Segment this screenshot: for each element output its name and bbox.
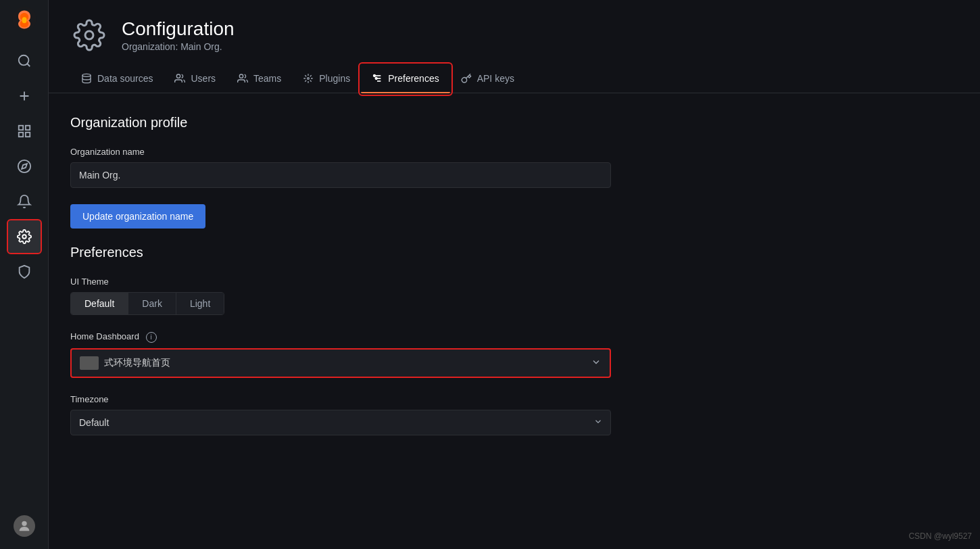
tab-preferences-label: Preferences (388, 73, 439, 84)
svg-point-12 (82, 74, 91, 76)
sidebar (0, 0, 49, 549)
svg-point-11 (85, 31, 93, 39)
ui-theme-group: UI Theme Default Dark Light (70, 277, 676, 315)
tab-plugins-label: Plugins (319, 73, 350, 84)
svg-rect-6 (25, 133, 29, 137)
tab-api-keys-label: API keys (477, 73, 514, 84)
tab-preferences[interactable]: Preferences (361, 65, 449, 93)
sidebar-item-configuration[interactable] (8, 220, 41, 253)
theme-option-default[interactable]: Default (71, 293, 128, 314)
main-content: Configuration Organization: Main Org. Da… (49, 0, 980, 549)
svg-point-9 (22, 235, 26, 239)
home-dashboard-input[interactable]: 式环境导航首页 (70, 348, 611, 378)
update-org-button[interactable]: Update organization name (70, 204, 205, 229)
timezone-select[interactable]: Default (70, 410, 611, 435)
svg-marker-8 (22, 164, 27, 169)
nav-tabs: Data sources Users Teams Plugins (49, 65, 980, 93)
timezone-group: Timezone Default (70, 394, 676, 435)
home-dashboard-label: Home Dashboard i (70, 331, 676, 343)
sidebar-item-alerting[interactable] (8, 185, 41, 218)
svg-point-7 (18, 160, 30, 172)
sidebar-item-dashboards[interactable] (8, 115, 41, 147)
timezone-label: Timezone (70, 394, 676, 404)
tab-teams-label: Teams (253, 73, 281, 84)
svg-point-19 (374, 75, 376, 77)
preferences-section: Preferences UI Theme Default Dark Light … (70, 245, 676, 435)
teams-icon (237, 73, 248, 84)
update-org-group: Update organization name (70, 204, 676, 229)
tab-teams[interactable]: Teams (226, 65, 292, 93)
tab-data-sources[interactable]: Data sources (70, 65, 164, 93)
app-logo[interactable] (11, 5, 38, 32)
sidebar-item-avatar[interactable] (8, 510, 41, 542)
preferences-title: Preferences (70, 245, 676, 260)
page-header: Configuration Organization: Main Org. (49, 0, 980, 65)
org-name-input[interactable] (70, 162, 611, 188)
svg-rect-3 (18, 126, 22, 130)
watermark: CSDN @wyl9527 (908, 531, 972, 541)
svg-point-14 (239, 74, 243, 78)
sidebar-item-add[interactable] (8, 80, 41, 112)
svg-point-20 (376, 78, 378, 80)
ui-theme-label: UI Theme (70, 277, 676, 287)
users-icon (174, 73, 185, 84)
svg-rect-4 (25, 126, 29, 130)
sidebar-item-search[interactable] (8, 45, 41, 77)
theme-option-light[interactable]: Light (176, 293, 224, 314)
svg-point-15 (308, 78, 310, 80)
tab-users-label: Users (191, 73, 216, 84)
org-profile-title: Organization profile (70, 115, 676, 130)
database-icon (81, 73, 92, 84)
page-header-text: Configuration Organization: Main Org. (122, 18, 235, 52)
avatar (14, 515, 35, 537)
sidebar-item-shield[interactable] (8, 256, 41, 288)
plugins-icon (303, 73, 314, 84)
tab-users[interactable]: Users (164, 65, 226, 93)
page-title: Configuration (122, 18, 235, 40)
theme-selector: Default Dark Light (70, 292, 224, 315)
page-subtitle: Organization: Main Org. (122, 41, 235, 52)
svg-point-1 (22, 17, 26, 23)
timezone-select-wrapper: Default (70, 410, 611, 435)
org-name-label: Organization name (70, 147, 676, 157)
content-area: Organization profile Organization name U… (49, 93, 697, 473)
svg-rect-5 (18, 133, 22, 137)
svg-point-2 (18, 55, 28, 66)
dashboard-thumbnail (80, 356, 99, 370)
tab-data-sources-label: Data sources (97, 73, 153, 84)
sidebar-item-explore[interactable] (8, 150, 41, 183)
info-icon: i (146, 332, 157, 343)
svg-point-13 (177, 74, 180, 78)
svg-point-10 (22, 521, 26, 526)
tab-plugins[interactable]: Plugins (292, 65, 361, 93)
sliders-icon (372, 73, 383, 84)
theme-option-dark[interactable]: Dark (128, 293, 176, 314)
home-dashboard-group: Home Dashboard i 式环境导航首页 (70, 331, 676, 378)
key-icon (461, 73, 472, 84)
config-icon (70, 16, 108, 54)
chevron-down-icon (591, 356, 602, 369)
org-name-group: Organization name (70, 147, 676, 188)
home-dashboard-value: 式环境导航首页 (104, 357, 170, 369)
tab-api-keys[interactable]: API keys (450, 65, 525, 93)
